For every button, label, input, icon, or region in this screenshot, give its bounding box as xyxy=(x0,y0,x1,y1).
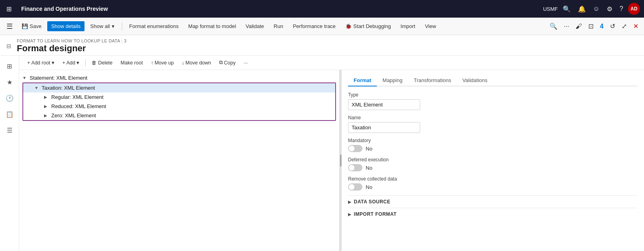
remove-collected-toggle-row: No xyxy=(348,183,638,191)
mandatory-label: Mandatory xyxy=(348,138,638,143)
tree-group-border: ▼ Taxation: XML Element ▶ Regular: XML E… xyxy=(22,82,336,121)
debug-icon: 🐞 xyxy=(345,23,352,29)
deferred-section: Deferred execution No xyxy=(348,157,638,171)
make-root-button[interactable]: Make root xyxy=(117,58,146,67)
import-button[interactable]: Import xyxy=(396,21,419,31)
delete-icon: 🗑 xyxy=(92,60,97,66)
remove-collected-toggle[interactable] xyxy=(348,183,362,191)
name-label: Name xyxy=(348,115,638,120)
close-icon[interactable]: ✕ xyxy=(631,21,641,32)
sidebar-workspaces-icon[interactable]: 📋 xyxy=(2,107,17,121)
tab-format[interactable]: Format xyxy=(348,75,377,86)
data-source-arrow-icon: ▶ xyxy=(348,200,352,204)
tree-selected-collapse-icon: ▼ xyxy=(34,86,39,90)
move-up-button[interactable]: ↑ Move up xyxy=(148,58,177,67)
tree-selected-item[interactable]: ▼ Taxation: XML Element xyxy=(23,83,335,92)
remove-collected-section: Remove collected data No xyxy=(348,176,638,191)
page-header: ⊟ FORMAT TO LEARN HOW TO LOOKUP LE DATA … xyxy=(0,35,644,56)
search-action-icon[interactable]: 🔍 xyxy=(547,21,560,32)
designer-area: + Add root ▾ + Add ▾ 🗑 Delete Make root xyxy=(19,56,644,251)
tree-child-label-1: Reduced: XML Element xyxy=(51,103,106,109)
grid-icon[interactable]: ⊞ xyxy=(4,4,14,14)
name-input[interactable] xyxy=(348,122,420,133)
property-tabs: Format Mapping Transformations Validatio… xyxy=(348,75,638,86)
save-button[interactable]: 💾 Save xyxy=(18,21,46,31)
tree-panel[interactable]: ▼ Statement: XML Element ▼ Taxation: XML… xyxy=(19,70,340,251)
deferred-toggle[interactable] xyxy=(348,164,362,171)
nav-right-area: USMF 🔍 🔔 ☺ ⚙ ? AD xyxy=(543,3,640,15)
tree-child-item-1[interactable]: ▶ Reduced: XML Element xyxy=(23,102,335,111)
tab-mapping[interactable]: Mapping xyxy=(377,75,408,86)
import-format-section[interactable]: ▶ IMPORT FORMAT xyxy=(348,208,638,220)
tree-child-item-2[interactable]: ▶ Zero: XML Element xyxy=(23,111,335,120)
avatar[interactable]: AD xyxy=(628,3,640,15)
tab-transformations[interactable]: Transformations xyxy=(408,75,457,86)
left-sidebar: ⊞ ★ 🕐 📋 ☰ xyxy=(0,56,19,251)
more-actions-icon[interactable]: ··· xyxy=(561,21,572,32)
sidebar-recent-icon[interactable]: 🕐 xyxy=(2,91,17,105)
mandatory-value: No xyxy=(366,146,372,152)
sidebar-modules-icon[interactable]: ☰ xyxy=(2,123,17,137)
more-options-button[interactable]: ··· xyxy=(240,58,251,67)
deferred-value: No xyxy=(366,165,372,171)
hamburger-button[interactable]: ☰ xyxy=(3,20,16,32)
help-icon[interactable]: ? xyxy=(617,4,626,14)
format-enumerations-button[interactable]: Format enumerations xyxy=(125,21,183,31)
smiley-icon[interactable]: ☺ xyxy=(591,4,602,14)
view-button[interactable]: View xyxy=(421,21,440,31)
tab-validations[interactable]: Validations xyxy=(457,75,493,86)
refresh-icon[interactable]: ↺ xyxy=(608,21,618,32)
mandatory-toggle[interactable] xyxy=(348,145,362,152)
expand-icon[interactable]: ⤢ xyxy=(619,21,629,32)
show-details-button[interactable]: Show details xyxy=(47,21,85,31)
separator-1 xyxy=(122,22,122,30)
start-debugging-button[interactable]: 🐞 Start Debugging xyxy=(341,21,395,31)
add-root-button[interactable]: + Add root ▾ xyxy=(24,58,58,67)
copy-button[interactable]: ⧉ Copy xyxy=(216,58,239,67)
move-up-icon: ↑ xyxy=(151,60,153,66)
move-down-icon: ↓ xyxy=(182,60,184,66)
sidebar-favorites-icon[interactable]: ★ xyxy=(2,75,17,89)
user-text: USMF xyxy=(543,6,558,12)
show-all-arrow-icon: ▾ xyxy=(112,23,115,29)
badge-icon[interactable]: 4 xyxy=(598,21,606,32)
tree-child-label-2: Zero: XML Element xyxy=(51,112,96,118)
import-format-label: IMPORT FORMAT xyxy=(354,211,397,217)
tree-child-item-0[interactable]: ▶ Regular: XML Element xyxy=(23,92,335,102)
data-source-label: DATA SOURCE xyxy=(354,199,390,205)
move-down-button[interactable]: ↓ Move down xyxy=(179,58,214,67)
tree-root-label: Statement: XML Element xyxy=(30,75,87,81)
paint-icon[interactable]: 🖌 xyxy=(573,21,584,32)
validate-button[interactable]: Validate xyxy=(242,21,268,31)
map-format-button[interactable]: Map format to model xyxy=(184,21,240,31)
add-button[interactable]: + Add ▾ xyxy=(59,58,83,67)
properties-panel: Format Mapping Transformations Validatio… xyxy=(342,70,644,251)
split-icon[interactable]: ⊡ xyxy=(586,21,596,32)
tree-child-arrow-0: ▶ xyxy=(44,95,49,99)
tree-child-arrow-1: ▶ xyxy=(44,104,49,108)
collapse-arrow-icon: ▼ xyxy=(22,76,27,80)
action-bar: ☰ 💾 Save Show details Show all ▾ Format … xyxy=(0,18,644,35)
run-button[interactable]: Run xyxy=(270,21,287,31)
mandatory-toggle-row: No xyxy=(348,145,638,152)
bell-icon[interactable]: 🔔 xyxy=(576,4,588,14)
mandatory-section: Mandatory No xyxy=(348,138,638,152)
resize-handle[interactable] xyxy=(340,70,342,251)
search-icon[interactable]: 🔍 xyxy=(560,4,573,14)
show-all-button[interactable]: Show all ▾ xyxy=(86,21,118,31)
tree-child-arrow-2: ▶ xyxy=(44,113,49,118)
tree-child-label-0: Regular: XML Element xyxy=(51,94,103,100)
page-title: Format designer xyxy=(17,43,127,54)
toolbar-divider-1 xyxy=(85,59,86,66)
tree-root-item[interactable]: ▼ Statement: XML Element xyxy=(19,73,339,82)
delete-button[interactable]: 🗑 Delete xyxy=(89,58,116,67)
type-field: Type xyxy=(348,92,638,110)
performance-trace-button[interactable]: Performance trace xyxy=(289,21,340,31)
sidebar-home-icon[interactable]: ⊞ xyxy=(2,59,17,73)
data-source-section[interactable]: ▶ DATA SOURCE xyxy=(348,195,638,208)
type-input[interactable] xyxy=(348,99,420,110)
tree-selected-label: Taxation: XML Element xyxy=(42,85,95,91)
settings-icon[interactable]: ⚙ xyxy=(604,4,615,14)
main-area: ⊟ FORMAT TO LEARN HOW TO LOOKUP LE DATA … xyxy=(0,35,644,251)
content-split: ⊞ ★ 🕐 📋 ☰ + Add root ▾ + Add ▾ xyxy=(0,56,644,251)
